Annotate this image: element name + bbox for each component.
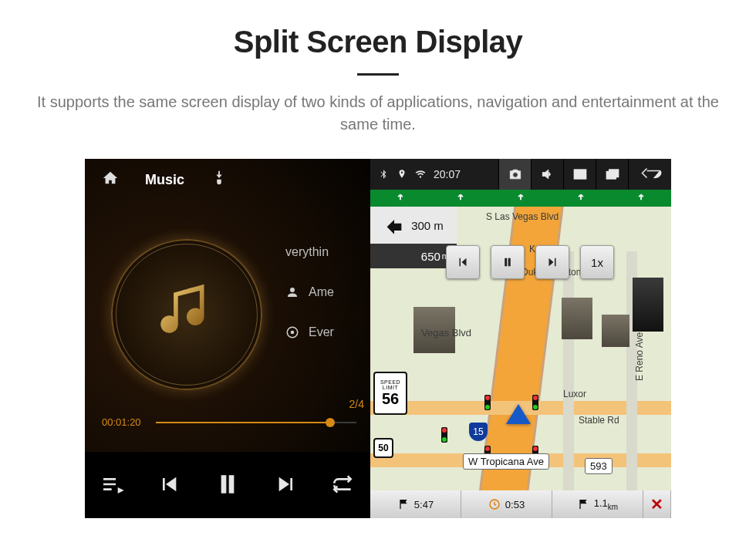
album-art (111, 239, 262, 390)
pause-button[interactable] (212, 469, 243, 502)
volume-button[interactable] (531, 159, 563, 190)
playlist-button[interactable] (100, 472, 125, 499)
trip-time: 0:53 (461, 490, 552, 518)
next-track-button[interactable] (274, 472, 299, 499)
artist-row: Ame (285, 285, 370, 299)
track-index: 2/4 (349, 398, 364, 410)
street-label: E Reno Ave (634, 332, 645, 381)
remaining-distance: 1.1km (552, 490, 643, 518)
close-nav-button[interactable]: ✕ (643, 490, 671, 518)
sim-playback-controls: 1x (446, 245, 614, 279)
close-window-button[interactable] (563, 159, 596, 190)
street-banner: W Tropicana Ave (463, 453, 549, 470)
street-label: Vegas Blvd (421, 327, 471, 338)
location-icon (397, 169, 407, 180)
page-title: Split Screen Display (0, 25, 756, 59)
flag-icon (397, 498, 410, 510)
street-label: S Las Vegas Blvd (486, 211, 559, 222)
clock-icon (488, 498, 501, 510)
route-shield: 50 (373, 438, 393, 458)
sim-pause-button[interactable] (491, 245, 525, 279)
bluetooth-icon (378, 169, 389, 180)
speed-limit-sign: SPEED LIMIT 56 (373, 372, 407, 415)
sim-prev-button[interactable] (446, 245, 480, 279)
highway-shield: 15 (469, 423, 488, 441)
flag-icon (577, 498, 589, 510)
music-pane: Music verythin Ame Ever 2/4 00:01 (85, 159, 370, 518)
street-label: Luxor (563, 389, 586, 399)
exit-banner: 593 (585, 458, 613, 474)
wifi-icon (415, 169, 426, 180)
track-title-row: verythin (285, 245, 370, 259)
svg-point-1 (291, 331, 295, 335)
repeat-button[interactable] (330, 472, 355, 499)
page-subtitle: It supports the same screen display of t… (31, 91, 725, 136)
turn-instruction: 300 m 650m (370, 207, 457, 268)
lane-guidance (370, 190, 671, 207)
usb-icon[interactable] (211, 170, 228, 190)
title-rule (357, 73, 399, 76)
screenshot-button[interactable] (498, 159, 531, 190)
navigation-pane: 20:07 S Las Vegas Blvd (370, 159, 671, 518)
recent-apps-button[interactable] (596, 159, 628, 190)
back-button[interactable] (628, 159, 671, 190)
album-row: Ever (285, 325, 370, 339)
disc-icon (285, 325, 299, 339)
eta: 5:47 (370, 490, 461, 518)
sim-speed-button[interactable]: 1x (580, 245, 614, 279)
prev-track-button[interactable] (157, 472, 181, 499)
seek-bar[interactable]: 00:01:20 (102, 413, 356, 432)
heading-arrow (506, 404, 531, 424)
sim-next-button[interactable] (535, 245, 569, 279)
turn-left-icon (383, 214, 405, 236)
person-icon (285, 285, 299, 299)
clock: 20:07 (434, 168, 461, 180)
home-icon[interactable] (102, 170, 119, 190)
system-bar: 20:07 (370, 159, 671, 190)
music-app-title: Music (145, 172, 184, 188)
nav-footer: 5:47 0:53 1.1km ✕ (370, 490, 671, 518)
street-label: Stable Rd (579, 415, 619, 426)
elapsed-time: 00:01:20 (102, 416, 141, 428)
